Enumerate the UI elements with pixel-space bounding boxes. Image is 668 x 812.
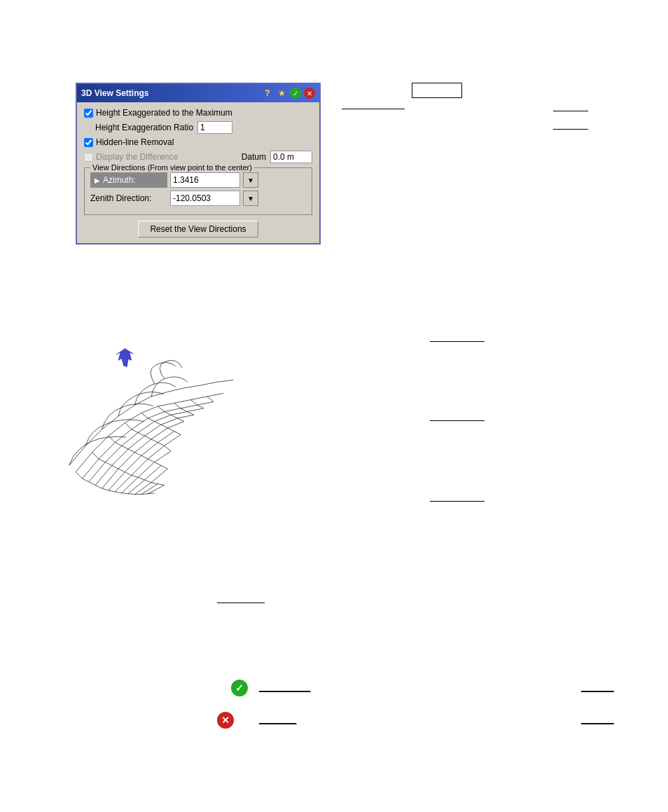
display-difference-checkbox[interactable] — [84, 153, 93, 162]
dialog-3d-view-settings[interactable]: 3D View Settings ? ★ ✓ ✕ Height Exaggera… — [76, 83, 321, 245]
display-difference-label: Display the Difference — [96, 152, 178, 162]
datum-label: Datum — [242, 152, 266, 162]
height-exaggeration-ratio-row: Height Exaggeration Ratio — [95, 121, 312, 134]
azimuth-input[interactable] — [170, 172, 240, 188]
hidden-line-row: Hidden-line Removal — [84, 137, 312, 147]
zenith-row: Zenith Direction: ▼ — [90, 191, 306, 206]
dialog-title: 3D View Settings — [81, 88, 148, 98]
green-icon-label-right: _______ — [581, 682, 614, 692]
deco-line-3 — [553, 111, 588, 111]
green-icon-label-left: ___________ — [259, 682, 310, 692]
deco-box-top — [412, 83, 462, 98]
deco-line-1 — [342, 109, 405, 109]
mesh-3d-visualization — [56, 308, 266, 504]
red-x-icon: ✕ — [217, 712, 234, 729]
help-icon[interactable]: ? — [262, 88, 273, 99]
titlebar-icons: ? ★ ✓ ✕ — [262, 88, 315, 99]
azimuth-label: ▶ Azimuth: — [90, 172, 167, 188]
azimuth-dropdown[interactable]: ▼ — [243, 172, 258, 188]
datum-input[interactable] — [270, 151, 312, 163]
deco-line-6 — [430, 501, 485, 502]
height-exaggerated-checkbox[interactable] — [84, 109, 93, 118]
azimuth-row: ▶ Azimuth: ▼ — [90, 172, 306, 188]
view-directions-legend: View Directions (From view point to the … — [90, 163, 254, 172]
green-check-icon: ✓ — [231, 680, 248, 696]
ok-icon[interactable]: ✓ — [290, 88, 301, 99]
star-icon[interactable]: ★ — [276, 88, 287, 99]
height-exaggeration-ratio-label: Height Exaggeration Ratio — [95, 123, 193, 132]
mesh-svg — [56, 308, 266, 504]
red-icon-label-right: _______ — [581, 715, 614, 724]
height-exaggeration-ratio-input[interactable] — [197, 121, 232, 134]
deco-line-4 — [430, 341, 485, 342]
svg-marker-0 — [116, 349, 133, 367]
view-directions-group: View Directions (From view point to the … — [84, 167, 312, 215]
zenith-dropdown[interactable]: ▼ — [243, 191, 258, 206]
close-icon[interactable]: ✕ — [304, 88, 315, 99]
hidden-line-label: Hidden-line Removal — [96, 137, 174, 147]
reset-view-directions-button[interactable]: Reset the View Directions — [138, 221, 258, 238]
height-exaggerated-row: Height Exaggerated to the Maximum — [84, 108, 312, 118]
zenith-label: Zenith Direction: — [90, 192, 167, 205]
deco-line-7 — [217, 603, 265, 603]
height-exaggerated-label: Height Exaggerated to the Maximum — [96, 108, 232, 118]
deco-line-5 — [430, 420, 485, 421]
display-difference-row: Display the Difference — [84, 152, 178, 162]
hidden-line-checkbox[interactable] — [84, 138, 93, 147]
zenith-input[interactable] — [170, 191, 240, 206]
dialog-titlebar: 3D View Settings ? ★ ✓ ✕ — [77, 84, 319, 102]
deco-line-2 — [553, 129, 588, 130]
dialog-body: Height Exaggerated to the Maximum Height… — [77, 102, 319, 243]
azimuth-arrow-icon: ▶ — [95, 177, 100, 184]
red-icon-label-left: ________ — [259, 715, 296, 724]
